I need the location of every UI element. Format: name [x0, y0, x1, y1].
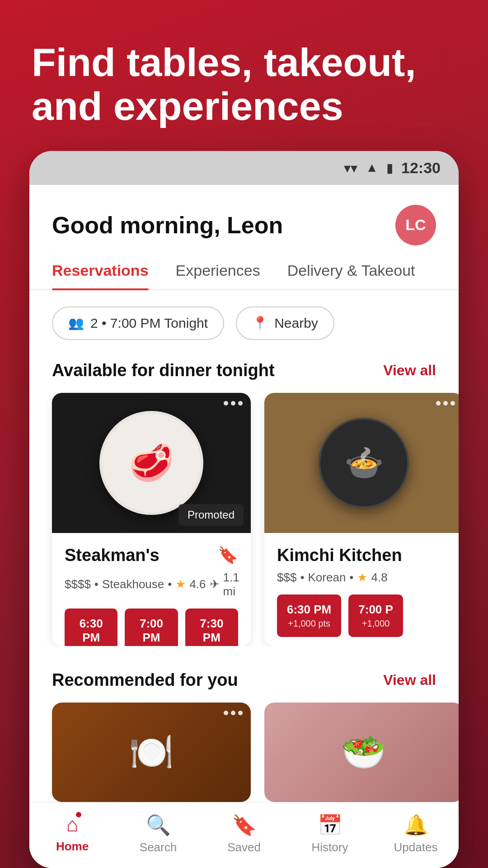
party-filter-pill[interactable]: 👥 2 • 7:00 PM Tonight [52, 307, 224, 340]
signal-icon: ▲ [366, 160, 378, 175]
steakman-price: $$$$ [65, 577, 91, 591]
tab-reservations[interactable]: Reservations [52, 262, 149, 289]
party-filter-label: 2 • 7:00 PM Tonight [90, 316, 208, 331]
home-dot [75, 811, 83, 819]
nav-item-history[interactable]: 📅 History [294, 813, 366, 854]
kimchi-meta: $$$ • Korean • ★ 4.8 [277, 571, 450, 585]
nav-item-search[interactable]: 🔍 Search [122, 813, 194, 854]
restaurants-row: 🥩 Promoted Steakman's 🔖 $$$$ [29, 393, 459, 646]
kimchi-more-dots[interactable] [436, 401, 455, 406]
nav-item-saved[interactable]: 🔖 Saved [208, 813, 280, 854]
kimchi-slot-0[interactable]: 6:30 PM +1,000 pts [277, 594, 341, 637]
steakman-name-row: Steakman's 🔖 [65, 546, 238, 565]
history-icon: 📅 [318, 813, 343, 837]
steakman-info: Steakman's 🔖 $$$$ • Steakhouse • ★ 4.6 ✈… [52, 533, 251, 646]
kimchi-rating: 4.8 [371, 571, 387, 585]
kimchi-image: 🍲 [264, 393, 459, 533]
tab-bar: Reservations Experiences Delivery & Take… [29, 262, 459, 290]
saved-icon: 🔖 [232, 813, 257, 837]
app-content: Good morning, Leon LC Reservations Exper… [29, 185, 459, 868]
updates-label: Updates [394, 840, 438, 854]
steakman-image: 🥩 Promoted [52, 393, 251, 533]
rec-card-0[interactable]: 🍽️ [52, 703, 251, 802]
kimchi-name-row: Kimchi Kitchen [277, 546, 450, 565]
avatar[interactable]: LC [395, 205, 436, 245]
app-header: Good morning, Leon LC [29, 185, 459, 245]
dinner-section-header: Available for dinner tonight View all [29, 356, 459, 393]
home-icon-container: ⌂ [66, 813, 79, 836]
rec-food-0: 🍽️ [129, 731, 174, 774]
steakman-slot-0[interactable]: 6:30 PM +1,000 pts [65, 609, 117, 646]
recommended-section: Recommended for you View all 🍽️ 🥗 [29, 646, 459, 802]
recommended-view-all[interactable]: View all [383, 672, 436, 689]
steakman-star: ★ [175, 577, 186, 591]
hero-section: Find tables, takeout, and experiences [0, 0, 488, 151]
kimchi-food-emoji: 🍲 [344, 444, 384, 481]
steakman-slot-1[interactable]: 7:00 PM +1,000 pts [125, 609, 178, 646]
kimchi-info: Kimchi Kitchen $$$ • Korean • ★ 4.8 6:30… [264, 533, 459, 646]
saved-label: Saved [227, 840, 261, 854]
kimchi-name: Kimchi Kitchen [277, 546, 402, 565]
kimchi-slot-1[interactable]: 7:00 P +1,000 [348, 594, 403, 637]
steakman-time-slots: 6:30 PM +1,000 pts 7:00 PM +1,000 pts 7:… [65, 609, 238, 646]
kimchi-price: $$$ [277, 571, 296, 585]
phone-card: ▾▾ ▲ ▮ 12:30 Good morning, Leon LC Reser… [29, 151, 459, 868]
steakman-cuisine: Steakhouse [102, 577, 164, 591]
kimchi-cuisine: Korean [308, 571, 346, 585]
battery-icon: ▮ [386, 160, 393, 175]
nav-item-updates[interactable]: 🔔 Updates [380, 813, 452, 854]
steakman-plate: 🥩 [99, 411, 203, 515]
kimchi-time-slots: 6:30 PM +1,000 pts 7:00 P +1,000 [277, 594, 450, 637]
recommended-title: Recommended for you [52, 670, 238, 690]
search-icon: 🔍 [146, 813, 171, 837]
filter-row: 👥 2 • 7:00 PM Tonight 📍 Nearby [29, 290, 459, 356]
search-label: Search [140, 840, 177, 854]
recommended-section-header: Recommended for you View all [29, 666, 459, 703]
steakman-rating: 4.6 [189, 577, 206, 591]
location-filter-label: Nearby [274, 316, 318, 331]
dinner-view-all[interactable]: View all [383, 362, 436, 379]
home-label: Home [56, 840, 89, 854]
steakman-more-dots[interactable] [224, 401, 243, 406]
history-label: History [312, 840, 348, 854]
restaurant-card-steakman[interactable]: 🥩 Promoted Steakman's 🔖 $$$$ [52, 393, 251, 646]
rec-more-dots-0[interactable] [224, 711, 243, 715]
steakman-bookmark-icon[interactable]: 🔖 [218, 546, 238, 565]
steakman-food-emoji: 🥩 [129, 442, 174, 484]
wifi-icon: ▾▾ [344, 160, 357, 176]
location-icon: 📍 [252, 316, 268, 330]
kimchi-bowl: 🍲 [319, 418, 409, 508]
promoted-badge: Promoted [178, 504, 244, 526]
tab-experiences[interactable]: Experiences [176, 262, 260, 289]
rec-card-1[interactable]: 🥗 [264, 703, 459, 802]
rec-food-1: 🥗 [341, 731, 386, 774]
greeting-text: Good morning, Leon [52, 212, 283, 239]
restaurant-card-kimchi[interactable]: 🍲 Kimchi Kitchen $$$ • Korea [264, 393, 459, 646]
status-time: 12:30 [401, 159, 441, 177]
steakman-meta: $$$$ • Steakhouse • ★ 4.6 ✈ 1.1 mi [65, 571, 238, 599]
location-filter-pill[interactable]: 📍 Nearby [236, 307, 334, 340]
steakman-distance: 1.1 mi [223, 571, 239, 599]
tab-delivery[interactable]: Delivery & Takeout [287, 262, 415, 289]
steakman-slot-2[interactable]: 7:30 PM 2 specials [185, 609, 238, 646]
updates-icon: 🔔 [404, 813, 428, 837]
nav-item-home[interactable]: ⌂ Home [36, 813, 108, 854]
dinner-section-title: Available for dinner tonight [52, 361, 275, 380]
party-icon: 👥 [68, 316, 84, 330]
bottom-nav: ⌂ Home 🔍 Search 🔖 Saved 📅 History 🔔 Upda… [29, 802, 459, 868]
status-bar: ▾▾ ▲ ▮ 12:30 [29, 151, 459, 185]
steakman-name: Steakman's [65, 546, 160, 565]
hero-title: Find tables, takeout, and experiences [32, 41, 456, 128]
kimchi-star: ★ [357, 571, 367, 585]
recommended-row: 🍽️ 🥗 [29, 703, 459, 802]
